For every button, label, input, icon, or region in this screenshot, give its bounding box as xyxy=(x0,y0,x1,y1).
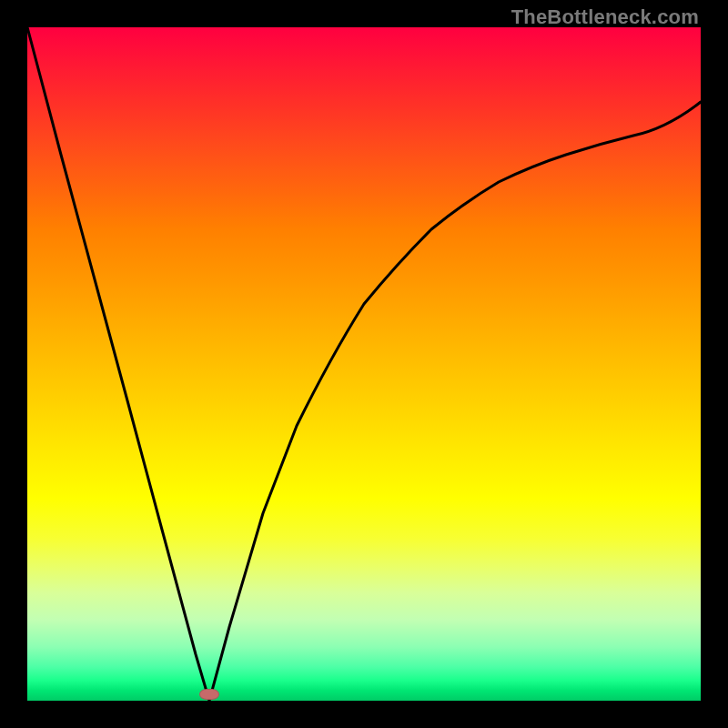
bottleneck-curve xyxy=(27,27,701,701)
plot-area xyxy=(27,27,701,701)
curve-path xyxy=(27,27,701,701)
min-marker xyxy=(199,689,219,700)
chart-frame: TheBottleneck.com xyxy=(0,0,728,728)
watermark-text: TheBottleneck.com xyxy=(511,5,699,29)
